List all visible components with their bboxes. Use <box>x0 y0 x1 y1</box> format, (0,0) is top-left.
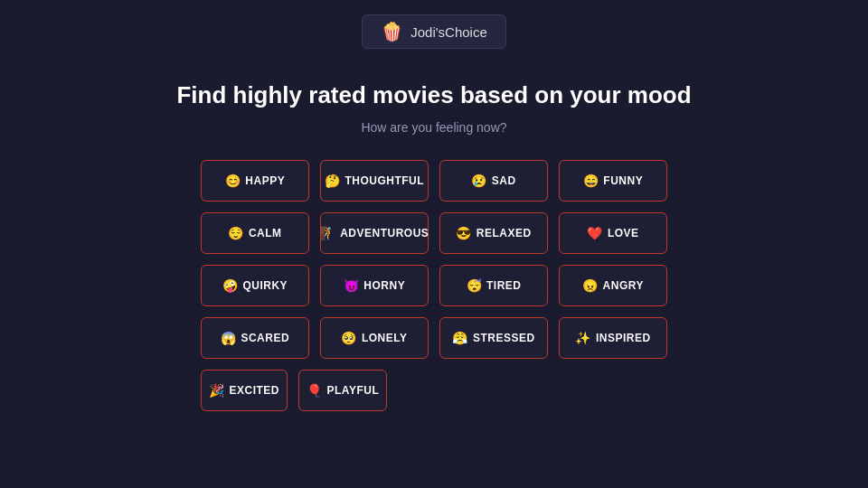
mood-button-lonely[interactable]: 🥺LONELY <box>320 317 429 359</box>
relaxed-emoji: 😎 <box>456 226 472 240</box>
mood-button-relaxed[interactable]: 😎RELAXED <box>439 212 548 254</box>
mood-button-playful[interactable]: 🎈PLAYFUL <box>298 370 387 411</box>
angry-label: ANGRY <box>603 279 644 292</box>
mood-grid-last-row: 🎉EXCITED🎈PLAYFUL <box>201 370 667 411</box>
mood-button-inspired[interactable]: ✨INSPIRED <box>559 317 667 359</box>
page-subtitle: How are you feeling now? <box>361 120 506 135</box>
stressed-label: STRESSED <box>473 332 535 344</box>
lonely-label: LONELY <box>362 332 408 344</box>
mood-button-love[interactable]: ❤️LOVE <box>559 212 667 254</box>
tired-label: TIRED <box>486 279 522 292</box>
stressed-emoji: 😤 <box>452 331 468 345</box>
thoughtful-emoji: 🤔 <box>325 174 341 188</box>
excited-emoji: 🎉 <box>209 383 225 398</box>
playful-label: PLAYFUL <box>327 384 380 397</box>
app-title: Jodi'sChoice <box>410 24 487 40</box>
scared-label: SCARED <box>241 332 289 344</box>
horny-emoji: 😈 <box>344 278 360 293</box>
happy-emoji: 😊 <box>225 174 241 188</box>
mood-button-stressed[interactable]: 😤STRESSED <box>439 317 548 359</box>
adventurous-emoji: 🧗 <box>320 226 336 240</box>
angry-emoji: 😠 <box>582 278 599 293</box>
funny-label: FUNNY <box>603 174 643 187</box>
main-content: Find highly rated movies based on your m… <box>0 81 868 411</box>
quirky-label: QUIRKY <box>242 279 288 292</box>
mood-button-thoughtful[interactable]: 🤔THOUGHTFUL <box>320 160 429 202</box>
thoughtful-label: THOUGHTFUL <box>344 174 424 187</box>
mood-button-calm[interactable]: 😌CALM <box>201 212 309 254</box>
sad-label: SAD <box>492 174 516 187</box>
love-emoji: ❤️ <box>587 226 603 240</box>
mood-button-horny[interactable]: 😈HORNY <box>320 265 429 306</box>
scared-emoji: 😱 <box>221 331 237 345</box>
mood-button-excited[interactable]: 🎉EXCITED <box>201 370 288 411</box>
mood-button-tired[interactable]: 😴TIRED <box>439 265 548 306</box>
inspired-label: INSPIRED <box>596 332 651 344</box>
mood-button-scared[interactable]: 😱SCARED <box>201 317 309 359</box>
mood-button-adventurous[interactable]: 🧗ADVENTUROUS <box>320 212 429 254</box>
inspired-emoji: ✨ <box>575 331 591 345</box>
calm-label: CALM <box>249 227 282 239</box>
mood-button-sad[interactable]: 😢SAD <box>439 160 548 202</box>
mood-button-angry[interactable]: 😠ANGRY <box>559 265 667 306</box>
mood-grid: 😊HAPPY🤔THOUGHTFUL😢SAD😄FUNNY😌CALM🧗ADVENTU… <box>201 160 667 359</box>
calm-emoji: 😌 <box>228 226 244 240</box>
adventurous-label: ADVENTUROUS <box>340 227 429 239</box>
excited-label: EXCITED <box>230 384 280 397</box>
horny-label: HORNY <box>363 279 405 292</box>
quirky-emoji: 🤪 <box>222 278 239 293</box>
love-label: LOVE <box>608 227 639 239</box>
lonely-emoji: 🥺 <box>341 331 357 345</box>
tired-emoji: 😴 <box>467 278 483 293</box>
popcorn-icon: 🍿 <box>381 21 403 42</box>
happy-label: HAPPY <box>245 174 285 187</box>
header-nav: 🍿 Jodi'sChoice <box>362 14 506 49</box>
funny-emoji: 😄 <box>583 174 599 188</box>
mood-button-funny[interactable]: 😄FUNNY <box>559 160 667 202</box>
sad-emoji: 😢 <box>471 174 487 188</box>
mood-button-happy[interactable]: 😊HAPPY <box>201 160 309 202</box>
relaxed-label: RELAXED <box>476 227 532 239</box>
page-title: Find highly rated movies based on your m… <box>176 81 691 109</box>
mood-button-quirky[interactable]: 🤪QUIRKY <box>201 265 309 306</box>
playful-emoji: 🎈 <box>307 383 323 398</box>
